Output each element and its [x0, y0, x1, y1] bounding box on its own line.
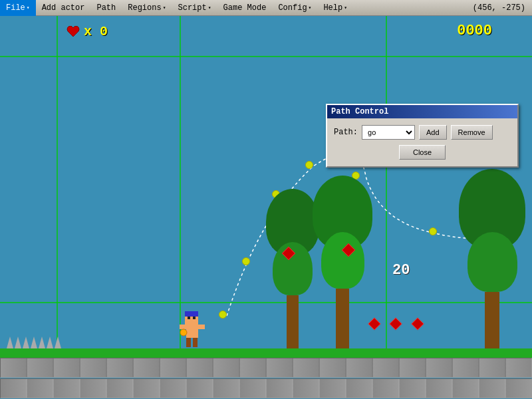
path-dot-6[interactable] [429, 227, 437, 235]
dialog-title: Path Control [331, 107, 388, 116]
tree-2 [313, 176, 372, 348]
heart-icon [66, 26, 80, 38]
grid-v1 [57, 16, 58, 362]
grid-v3 [386, 16, 387, 362]
add-button[interactable]: Add [419, 125, 447, 140]
grid-h1 [0, 56, 532, 57]
help-arrow: ▾ [344, 5, 347, 11]
path-label: Path: [334, 128, 358, 137]
path-select[interactable]: go [362, 125, 415, 140]
svg-rect-3 [188, 317, 190, 319]
gem-ground3 [411, 317, 424, 330]
stone-row-1 [0, 358, 532, 378]
gem-ground2 [389, 317, 402, 330]
dialog-body: Path: go Add Remove Close [327, 118, 517, 166]
menu-help[interactable]: Help ▾ [317, 0, 353, 16]
spike-2 [15, 336, 21, 348]
ground-stone [0, 358, 532, 399]
svg-rect-6 [193, 338, 198, 347]
menu-regions[interactable]: Regions ▾ [122, 0, 172, 16]
svg-rect-7 [180, 325, 186, 329]
tree-1 [266, 189, 319, 348]
path-dot-1[interactable] [219, 311, 227, 319]
menubar: File ▾ Add actor Path Regions ▾ Script ▾… [0, 0, 532, 16]
game-area: x 0 0000 20 [0, 16, 532, 399]
menu-game-mode[interactable]: Game Mode [217, 0, 273, 16]
lives-text: x 0 [84, 24, 108, 39]
stone-block [0, 358, 532, 378]
stone-row-2 [0, 378, 532, 399]
svg-point-9 [180, 329, 187, 336]
score-bonus: 20 [392, 262, 410, 279]
spike-4 [31, 336, 37, 348]
dialog-close-row: Close [334, 145, 511, 160]
character-sprite [178, 309, 207, 348]
menu-path[interactable]: Path [90, 0, 122, 16]
spike-5 [39, 336, 45, 348]
spike-3 [23, 336, 29, 348]
remove-button[interactable]: Remove [451, 125, 493, 140]
svg-rect-5 [186, 338, 191, 347]
dialog-titlebar: Path Control [327, 105, 517, 118]
spike-6 [47, 336, 53, 348]
svg-rect-0 [186, 323, 198, 338]
hud-lives: x 0 [66, 24, 108, 39]
config-arrow: ▾ [309, 5, 312, 11]
spike-7 [55, 336, 61, 348]
path-dot-4[interactable] [305, 161, 313, 169]
menu-file[interactable]: File ▾ [0, 0, 36, 16]
menu-config[interactable]: Config ▾ [272, 0, 317, 16]
path-control-dialog: Path Control Path: go Add Remove Close [326, 104, 519, 168]
script-arrow: ▾ [208, 5, 211, 11]
menu-add-actor[interactable]: Add actor [36, 0, 91, 16]
coordinates-display: (456, -275) [466, 2, 532, 14]
regions-arrow: ▾ [163, 5, 166, 11]
spike-1 [7, 336, 13, 348]
svg-rect-2 [185, 311, 198, 317]
spikes [7, 336, 61, 348]
svg-rect-8 [198, 325, 205, 329]
hud-score: 0000 [457, 23, 492, 39]
file-arrow: ▾ [27, 5, 30, 11]
menu-script[interactable]: Script ▾ [172, 0, 217, 16]
dialog-path-row: Path: go Add Remove [334, 125, 511, 140]
svg-rect-4 [193, 317, 196, 319]
path-dot-2[interactable] [242, 257, 250, 265]
stone-block-2 [0, 378, 532, 398]
close-button[interactable]: Close [399, 145, 446, 160]
tree-3 [459, 169, 525, 348]
